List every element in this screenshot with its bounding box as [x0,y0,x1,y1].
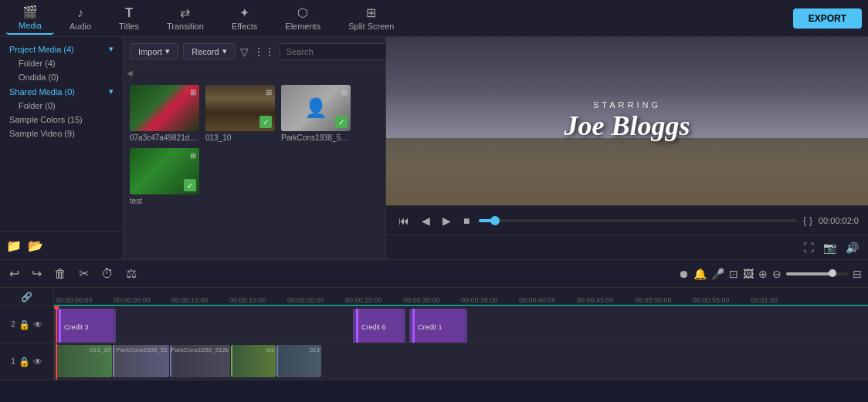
cut-button[interactable]: ✂ [76,265,92,282]
timeline-gutter-ruler: 🔗 [0,288,54,306]
redo-button[interactable]: ↪ [29,265,45,282]
pip-icon[interactable]: ⊡ [729,268,738,280]
fullscreen-icon[interactable]: ⛶ [803,242,814,254]
ruler-mark-9: 00:00:45:00 [575,296,633,304]
timeline-ruler-row: 🔗 00:00:00:00 00:00:05:00 00:00:10:00 00… [0,288,868,306]
fit-icon[interactable]: ⊟ [853,268,862,280]
track-1-lock-icon[interactable]: 🔒 [19,356,30,367]
mic-icon[interactable]: 🎤 [711,268,724,280]
panel-collapse[interactable]: ◀ [124,66,385,79]
sidebar-ondida[interactable]: Ondida (0) [6,70,117,84]
clip-parkconsv1[interactable]: ParkCons1938_51 [113,345,169,377]
undo-button[interactable]: ↩ [6,265,22,282]
media-label-flower: 07a3c47a49821d5... [130,133,199,142]
effects-icon: ✦ [239,5,249,20]
ruler-mark-1: 00:00:05:00 [112,296,170,304]
plus-icon[interactable]: ⊕ [758,268,768,280]
nav-audio[interactable]: ♪ Audio [57,2,103,35]
track-2-eye-icon[interactable]: 👁 [33,319,42,330]
new-folder-button[interactable]: 📁 [6,238,22,253]
clip-credit6[interactable]: Credit 6 [353,309,405,343]
stop-button[interactable]: ■ [460,213,473,228]
top-nav: 🎬 Media ♪ Audio T Titles ⇄ Transition ✦ … [0,0,868,37]
progress-bar[interactable] [479,219,797,222]
audio-icon: ♪ [77,6,83,20]
media-item-flower[interactable]: ⊞ 07a3c47a49821d5... [130,85,199,142]
time-display: 00:00:02:0 [819,216,859,225]
ruler-mark-5: 00:00:25:00 [344,296,402,304]
track-2-label: 2 [11,320,15,329]
media-thumb-oldphoto: 👤 ⊞ ✓ [281,85,351,131]
timeline-ruler[interactable]: 00:00:00:00 00:00:05:00 00:00:10:00 00:0… [54,288,868,306]
preview-panel: STARRING Joe Bloggs ⏮ ◀ ▶ ■ { } 00:00:02… [386,37,868,259]
play-button[interactable]: ▶ [439,213,454,228]
sidebar-shared-media[interactable]: Shared Media (0) ▾ [6,84,117,99]
nav-titles-label: Titles [119,22,139,31]
step-back-button[interactable]: ◀ [419,213,433,228]
thumb-grid-icon-4: ⊞ [190,151,196,160]
clip-credit3[interactable]: Credit 3 [56,309,116,343]
nav-media[interactable]: 🎬 Media [6,2,54,35]
skip-back-button[interactable]: ⏮ [395,213,412,228]
track-2-lock-icon[interactable]: 🔒 [19,319,30,330]
nav-splitscreen[interactable]: ⊞ Split Screen [336,2,406,35]
clip-credit3-label: Credit 3 [64,323,89,331]
track-2-content[interactable]: Credit 3 Credit 6 Credit 1 [54,306,868,343]
thumb-grid-icon: ⊞ [190,88,196,96]
media-item-oldphoto[interactable]: 👤 ⊞ ✓ ParkCons1938_512... [281,85,351,142]
filter-icon[interactable]: ▽ [240,46,249,58]
clip-credit6-label: Credit 6 [361,323,386,331]
media-label-fence: 013_10 [205,133,275,142]
nav-effects[interactable]: ✦ Effects [219,2,270,35]
track-1-eye-icon[interactable]: 👁 [33,356,42,367]
record-button[interactable]: Record ▾ [183,43,235,59]
splitscreen-icon: ⊞ [366,5,376,20]
voice-icon[interactable]: 🔔 [693,268,707,280]
nav-transition[interactable]: ⇄ Transition [154,2,216,35]
clip-013-10[interactable]: 013_10 [56,345,112,377]
progress-dot [490,216,500,225]
nav-titles[interactable]: T Titles [107,2,151,35]
minus-icon[interactable]: ⊖ [772,268,782,280]
clip-013-2[interactable]: 013 [276,345,321,377]
volume-icon[interactable]: 🔊 [846,242,859,254]
import-button[interactable]: Import ▾ [130,43,178,59]
duration-button[interactable]: ⏱ [98,265,117,282]
search-input[interactable] [287,47,393,56]
media-thumb-fence: ⊞ ✓ [205,85,275,131]
ruler-mark-6: 00:00:30:00 [402,296,459,304]
sidebar-shared-folder[interactable]: Folder (0) [6,99,117,113]
clip-credit1[interactable]: Credit 1 [409,309,467,343]
sidebar-project-media[interactable]: Project Media (4) ▾ [6,42,117,56]
timeline-tracks: 2 🔒 👁 Credit 3 Credit 6 [0,306,868,402]
clip-parkconsv2[interactable]: ParkCons1938_512k [170,345,230,377]
media-thumb-plants: ⊞ ✓ [130,148,199,194]
sidebar-sample-colors[interactable]: Sample Colors (15) [6,113,117,127]
media-grid: ⊞ 07a3c47a49821d5... ⊞ ✓ 013_10 👤 ⊞ ✓ [124,79,385,259]
media-item-fence[interactable]: ⊞ ✓ 013_10 [205,85,275,142]
ruler-mark-3: 00:00:15:00 [228,296,286,304]
out-point-icon[interactable]: } [809,215,812,226]
grid-view-icon[interactable]: ⋮⋮ [253,46,275,58]
adjust-button[interactable]: ⚖ [123,265,140,282]
screenshot-icon[interactable]: 📷 [823,242,836,254]
track-1: 1 🔒 👁 013_10 ParkCons1938_51 ParkCons193… [0,343,868,380]
delete-button[interactable]: 🗑 [51,265,70,282]
clip-test[interactable]: tes [231,345,276,377]
playhead-track2 [56,306,57,343]
in-point-icon[interactable]: { [803,215,806,226]
preview-text-overlay: STARRING Joe Bloggs [564,100,690,142]
ruler-mark-10: 00:00:50:00 [633,296,691,304]
track-1-content[interactable]: 013_10 ParkCons1938_51 ParkCons1938_512k… [54,343,868,380]
overlay-icon[interactable]: 🖼 [743,268,754,280]
sidebar-sample-video[interactable]: Sample Video (9) [6,127,117,140]
sidebar-folder[interactable]: Folder (4) [6,56,117,70]
export-button[interactable]: EXPORT [793,8,862,29]
record-tl-icon[interactable]: ⏺ [678,268,689,280]
zoom-slider[interactable] [786,272,848,275]
media-item-plants[interactable]: ⊞ ✓ test [130,148,199,205]
main-area: Project Media (4) ▾ Folder (4) Ondida (0… [0,37,868,259]
nav-elements[interactable]: ⬡ Elements [273,2,333,35]
import-folder-button[interactable]: 📂 [28,238,43,253]
link-icon[interactable]: 🔗 [21,292,32,302]
